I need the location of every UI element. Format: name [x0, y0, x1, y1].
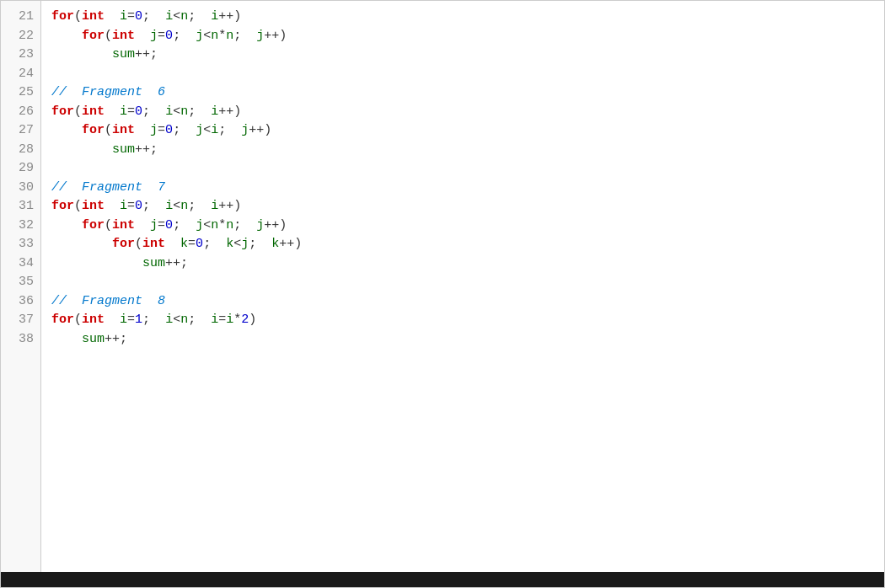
- plain-token: ;: [233, 218, 256, 233]
- plain-token: *: [218, 29, 226, 43]
- code-line: sum++;: [51, 254, 874, 274]
- kw-token: for: [51, 199, 74, 213]
- kw-token: int: [142, 237, 165, 251]
- plain-token: =: [158, 123, 165, 137]
- plain-token: (: [105, 218, 112, 233]
- var-token: n: [180, 199, 188, 213]
- plain-token: <: [233, 237, 241, 251]
- plain-token: (: [105, 29, 112, 43]
- kw-token: int: [82, 9, 105, 24]
- kw-token: for: [82, 123, 105, 137]
- var-token: i: [226, 313, 233, 327]
- num-token: 0: [165, 218, 173, 233]
- var-token: i: [211, 123, 218, 137]
- line-num: 35: [15, 273, 40, 292]
- plain-token: ;: [142, 199, 165, 213]
- var-token: j: [196, 123, 203, 137]
- var-token: sum: [112, 47, 135, 61]
- var-token: j: [241, 237, 249, 251]
- var-token: j: [150, 218, 158, 233]
- var-token: j: [256, 218, 264, 233]
- code-window: 212223242526272829303132333435363738 for…: [0, 0, 885, 588]
- plain-token: ++): [218, 199, 241, 213]
- plain-token: [165, 237, 180, 251]
- plain-token: =: [188, 237, 196, 251]
- var-token: i: [120, 199, 127, 213]
- var-token: j: [150, 123, 158, 137]
- plain-token: ;: [173, 123, 196, 137]
- kw-token: int: [82, 104, 105, 119]
- plain-token: <: [173, 9, 180, 24]
- line-num: 27: [15, 121, 40, 141]
- line-num: 33: [15, 235, 40, 254]
- var-token: sum: [82, 332, 105, 346]
- plain-token: ++;: [135, 47, 158, 61]
- var-token: n: [211, 29, 218, 43]
- plain-token: <: [173, 104, 180, 119]
- line-num: 37: [15, 311, 40, 330]
- var-token: i: [120, 104, 127, 119]
- plain-token: ;: [188, 9, 211, 24]
- plain-token: ): [249, 313, 256, 327]
- line-num: 36: [15, 292, 40, 312]
- var-token: k: [180, 237, 188, 251]
- plain-token: (: [135, 237, 142, 251]
- plain-token: ++): [279, 237, 302, 251]
- var-token: j: [196, 29, 203, 43]
- var-token: n: [226, 29, 233, 43]
- code-line: // Fragment 6: [51, 83, 874, 103]
- line-num: 38: [15, 330, 40, 350]
- num-token: 0: [165, 29, 173, 43]
- line-num: 30: [15, 179, 40, 198]
- kw-token: int: [112, 29, 135, 43]
- kw-token: for: [51, 313, 74, 327]
- cmt-token: // Fragment 7: [51, 180, 165, 195]
- plain-token: ;: [188, 199, 211, 213]
- kw-token: int: [82, 199, 105, 213]
- var-token: sum: [142, 256, 165, 270]
- plain-token: *: [233, 313, 241, 327]
- plain-token: ++): [249, 123, 271, 137]
- plain-token: [135, 218, 150, 233]
- var-token: i: [120, 9, 127, 24]
- line-num: 34: [15, 254, 40, 274]
- plain-token: [105, 9, 120, 24]
- plain-token: ++;: [165, 256, 188, 270]
- code-line: for(int i=0; i<n; i++): [51, 103, 874, 122]
- plain-token: =: [127, 104, 135, 119]
- kw-token: int: [112, 218, 135, 233]
- var-token: n: [180, 313, 188, 327]
- code-line: [51, 159, 874, 179]
- plain-token: ;: [188, 104, 211, 119]
- cmt-token: // Fragment 6: [51, 85, 165, 99]
- plain-token: =: [127, 199, 135, 213]
- plain-token: ++): [218, 104, 241, 119]
- plain-token: [105, 104, 120, 119]
- num-token: 1: [135, 313, 142, 327]
- var-token: k: [271, 237, 279, 251]
- kw-token: for: [112, 237, 135, 251]
- plain-token: <: [173, 199, 180, 213]
- code-line: sum++;: [51, 330, 874, 350]
- plain-token: ;: [173, 29, 196, 43]
- num-token: 0: [135, 104, 142, 119]
- var-token: n: [180, 9, 188, 24]
- var-token: n: [211, 218, 218, 233]
- plain-token: <: [203, 29, 211, 43]
- plain-token: =: [158, 218, 165, 233]
- var-token: j: [150, 29, 158, 43]
- var-token: j: [196, 218, 203, 233]
- var-token: i: [211, 9, 218, 24]
- var-token: i: [165, 9, 173, 24]
- plain-token: (: [74, 313, 82, 327]
- plain-token: [105, 313, 120, 327]
- code-line: // Fragment 7: [51, 179, 874, 198]
- plain-token: (: [74, 199, 82, 213]
- line-num: 22: [15, 27, 40, 46]
- bottom-bar: [1, 572, 884, 587]
- plain-token: ;: [249, 237, 271, 251]
- plain-token: ++;: [135, 142, 158, 157]
- var-token: j: [256, 29, 264, 43]
- plain-token: ++): [264, 29, 287, 43]
- code-content[interactable]: for(int i=0; i<n; i++) for(int j=0; j<n*…: [41, 1, 884, 572]
